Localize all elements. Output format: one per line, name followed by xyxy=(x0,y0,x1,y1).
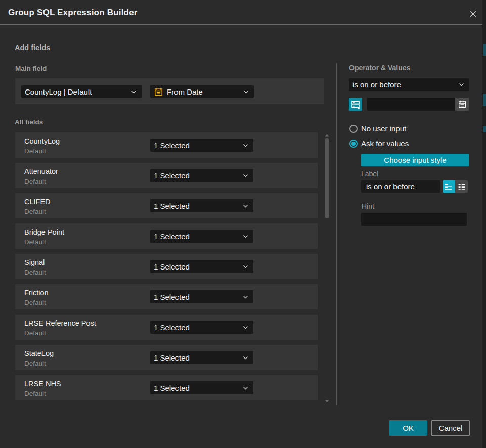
input-type-icon xyxy=(349,98,362,111)
field-row: StateLog Default 1 Selected xyxy=(15,345,318,370)
add-fields-heading: Add fields xyxy=(15,43,50,52)
all-fields-list: CountyLog Default 1 Selected Attenuator … xyxy=(15,132,318,406)
radio-unchecked-icon xyxy=(349,125,358,133)
field-row: LRSE Reference Post Default 1 Selected xyxy=(15,315,318,340)
field-selected-value: 1 Selected xyxy=(154,141,243,150)
background-app-strip xyxy=(482,0,486,448)
field-row: Friction Default 1 Selected xyxy=(15,284,318,309)
field-name: Signal xyxy=(24,258,45,266)
field-selected-dropdown[interactable]: 1 Selected xyxy=(150,381,253,394)
field-selected-dropdown[interactable]: 1 Selected xyxy=(150,260,253,273)
field-subtitle: Default xyxy=(24,147,46,155)
field-selected-value: 1 Selected xyxy=(154,232,243,241)
chevron-down-icon xyxy=(243,356,248,360)
close-icon xyxy=(469,10,477,18)
radio-checked-icon xyxy=(349,140,358,148)
background-fragment xyxy=(483,44,486,56)
field-name: Attenuator xyxy=(24,167,58,175)
chevron-down-icon xyxy=(243,90,249,94)
field-row: CountyLog Default 1 Selected xyxy=(15,132,318,158)
operator-value: is on or before xyxy=(352,80,459,89)
main-field-field-value: From Date xyxy=(167,87,243,96)
scrollbar-up-arrow-icon[interactable] xyxy=(324,133,330,137)
all-fields-label: All fields xyxy=(15,118,43,126)
field-selected-value: 1 Selected xyxy=(154,384,243,392)
main-field-field-select[interactable]: From Date xyxy=(150,85,254,98)
operator-values-heading: Operator & Values xyxy=(349,64,410,72)
field-selected-dropdown[interactable]: 1 Selected xyxy=(150,169,253,182)
dialog-title: Group SQL Expression Builder xyxy=(8,8,138,18)
label-input[interactable] xyxy=(361,180,440,193)
chevron-down-icon xyxy=(243,386,248,390)
value-calendar-button[interactable] xyxy=(455,98,469,111)
value-input[interactable] xyxy=(367,98,455,111)
main-field-layer-select[interactable]: CountyLog | Default xyxy=(21,85,142,98)
field-row: Bridge Point Default 1 Selected xyxy=(15,223,318,249)
calendar-field-icon xyxy=(154,87,163,96)
hint-input[interactable] xyxy=(361,213,467,226)
scrollbar-down-arrow-icon[interactable] xyxy=(324,399,330,403)
field-row: Signal Default 1 Selected xyxy=(15,254,318,279)
dialog-header: Group SQL Expression Builder xyxy=(0,0,482,25)
choose-input-style-button[interactable]: Choose input style xyxy=(361,154,469,166)
field-selected-value: 1 Selected xyxy=(154,353,243,362)
field-name: CLIFED xyxy=(24,198,51,206)
field-selected-dropdown[interactable]: 1 Selected xyxy=(150,321,253,334)
field-subtitle: Default xyxy=(24,268,46,276)
field-subtitle: Default xyxy=(24,238,46,246)
main-field-row: CountyLog | Default From Date xyxy=(15,78,324,104)
field-name: CountyLog xyxy=(24,137,60,145)
field-row: LRSE NHS Default 1 Selected xyxy=(15,375,318,400)
field-selected-dropdown[interactable]: 1 Selected xyxy=(150,230,253,243)
field-selected-dropdown[interactable]: 1 Selected xyxy=(150,139,253,152)
radio-ask-for-values-label: Ask for values xyxy=(361,139,409,148)
chevron-down-icon xyxy=(243,235,248,238)
ok-button[interactable]: OK xyxy=(389,420,427,436)
field-name: StateLog xyxy=(24,349,54,357)
chevron-down-icon xyxy=(243,204,248,208)
field-row: Attenuator Default 1 Selected xyxy=(15,163,318,188)
radio-no-user-input-label: No user input xyxy=(361,124,406,133)
field-selected-value: 1 Selected xyxy=(154,323,243,332)
background-fragment xyxy=(483,94,486,106)
operator-select[interactable]: is on or before xyxy=(349,78,469,91)
field-subtitle: Default xyxy=(24,208,46,215)
field-subtitle: Default xyxy=(24,329,46,337)
chevron-down-icon xyxy=(131,90,137,94)
single-line-style-button[interactable] xyxy=(443,180,455,193)
field-selected-value: 1 Selected xyxy=(154,262,243,271)
chevron-down-icon xyxy=(243,295,248,299)
field-selected-value: 1 Selected xyxy=(154,171,243,180)
field-selected-dropdown[interactable]: 1 Selected xyxy=(150,199,253,212)
scrollbar-thumb[interactable] xyxy=(325,138,329,218)
field-name: Bridge Point xyxy=(24,228,64,236)
chevron-down-icon xyxy=(243,265,248,268)
list-style-button[interactable] xyxy=(455,180,468,193)
radio-ask-for-values[interactable]: Ask for values xyxy=(349,139,409,148)
main-field-layer-value: CountyLog | Default xyxy=(25,87,131,96)
field-selected-dropdown[interactable]: 1 Selected xyxy=(150,351,253,364)
field-selected-value: 1 Selected xyxy=(154,202,243,210)
cancel-button[interactable]: Cancel xyxy=(431,420,470,436)
chevron-down-icon xyxy=(243,144,248,147)
field-row: CLIFED Default 1 Selected xyxy=(15,193,318,218)
field-subtitle: Default xyxy=(24,360,46,367)
chevron-down-icon xyxy=(459,83,464,86)
calendar-icon xyxy=(458,100,466,108)
field-selected-dropdown[interactable]: 1 Selected xyxy=(150,290,253,303)
field-subtitle: Default xyxy=(24,177,46,185)
close-button[interactable] xyxy=(467,9,478,18)
hint-field-label: Hint xyxy=(362,202,374,210)
field-subtitle: Default xyxy=(24,299,46,306)
chevron-down-icon xyxy=(243,174,248,177)
list-icon xyxy=(455,180,468,193)
vertical-divider xyxy=(336,63,337,405)
field-name: LRSE Reference Post xyxy=(24,319,96,327)
background-fragment xyxy=(483,126,486,132)
label-style-segment xyxy=(443,180,468,193)
field-selected-value: 1 Selected xyxy=(154,293,243,301)
input-type-button[interactable] xyxy=(349,98,362,111)
radio-no-user-input[interactable]: No user input xyxy=(349,124,406,133)
field-name: Friction xyxy=(24,289,49,297)
chevron-down-icon xyxy=(243,326,248,329)
